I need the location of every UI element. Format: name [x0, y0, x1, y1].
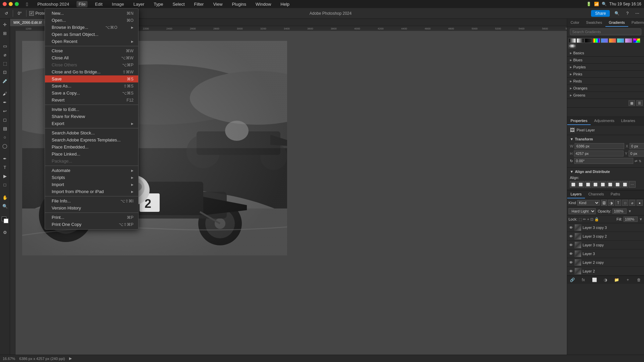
- artboard-tool[interactable]: ⊞: [1, 29, 9, 37]
- menu-invite-edit[interactable]: Invite to Edit...: [45, 106, 138, 113]
- file-menu[interactable]: File: [76, 1, 88, 7]
- menu-automate[interactable]: Automate: [45, 167, 138, 174]
- menu-print-one-copy[interactable]: Print One Copy ⌥⇧⌘P: [45, 221, 138, 228]
- distribute-v-btn[interactable]: ⬜: [622, 181, 628, 188]
- opacity-arrow[interactable]: ▼: [628, 209, 632, 213]
- history-brush-tool[interactable]: ↩: [1, 107, 9, 115]
- menu-place-linked[interactable]: Place Linked...: [45, 150, 138, 158]
- search-gradients-input[interactable]: [570, 28, 641, 35]
- menu-version-history[interactable]: Version History: [45, 204, 138, 212]
- menu-print[interactable]: Print... ⌘P: [45, 214, 138, 221]
- clone-stamp-tool[interactable]: ✒: [1, 99, 9, 106]
- menu-share-review[interactable]: Share for Review: [45, 113, 138, 120]
- gradient-group-blues-header[interactable]: ▶ Blues: [567, 57, 644, 63]
- align-center-h-btn[interactable]: ⬜: [577, 181, 584, 188]
- gradient-swatch-bw[interactable]: [569, 38, 576, 43]
- menu-search-express[interactable]: Search Adobe Express Templates...: [45, 136, 138, 143]
- extra-tools[interactable]: ⚙: [1, 229, 9, 236]
- layer-vis-4[interactable]: 👁: [569, 260, 573, 265]
- filter-menu[interactable]: Filter: [192, 1, 206, 7]
- move-tool[interactable]: ✛: [1, 21, 9, 28]
- marquee-tool[interactable]: ▭: [1, 42, 9, 50]
- gradient-swatch-teal[interactable]: [617, 38, 624, 43]
- fill-arrow[interactable]: ▼: [639, 217, 643, 221]
- layer-item-1[interactable]: 👁 Layer 3 copy 2: [567, 232, 644, 241]
- lock-artboard-btn[interactable]: ⊡: [590, 217, 593, 222]
- lock-position-btn[interactable]: +: [587, 217, 589, 222]
- dodge-tool[interactable]: ◯: [1, 142, 9, 149]
- gradient-group-reds-header[interactable]: ▶ Reds: [567, 78, 644, 84]
- lasso-tool[interactable]: ⌀: [1, 51, 9, 58]
- menu-close-go-bridge[interactable]: Close and Go to Bridge... ⇧⌘W: [45, 68, 138, 75]
- tab-patterns[interactable]: Patterns: [628, 19, 644, 27]
- menu-save-as[interactable]: Save As... ⇧⌘S: [45, 82, 138, 89]
- align-center-v-btn[interactable]: ⬜: [599, 181, 606, 188]
- share-button[interactable]: Share: [591, 10, 610, 17]
- lock-transparent-btn[interactable]: ⬚: [579, 217, 582, 222]
- layer-item-0[interactable]: 👁 Layer 3 copy 3: [567, 223, 644, 232]
- new-layer-btn[interactable]: +: [625, 277, 631, 283]
- file-dropdown-menu[interactable]: New... ⌘N Open... ⌘O Browse in Bridge...…: [45, 8, 139, 230]
- flip-v-btn[interactable]: ⇅: [639, 159, 641, 163]
- tab-swatches[interactable]: Swatches: [583, 19, 605, 27]
- menu-new[interactable]: New... ⌘N: [45, 10, 138, 17]
- add-mask-btn[interactable]: ⬜: [591, 277, 597, 283]
- crop-tool[interactable]: ⊡: [1, 68, 9, 76]
- menu-save-copy[interactable]: Save a Copy... ⌥⌘S: [45, 89, 138, 97]
- grid-view-btn[interactable]: ▦: [629, 100, 635, 106]
- path-selection-tool[interactable]: ▶: [1, 172, 9, 180]
- type-menu[interactable]: Type: [152, 1, 165, 7]
- filter-pixel-btn[interactable]: 🖼: [601, 200, 607, 206]
- align-right-btn[interactable]: ⬜: [585, 181, 591, 188]
- gradient-group-basics-header[interactable]: ▶ Basics: [567, 50, 644, 56]
- new-fill-adj-btn[interactable]: ◑: [602, 277, 608, 283]
- transform-h-input[interactable]: [574, 150, 624, 157]
- more-options-btn[interactable]: ⋯: [633, 10, 641, 16]
- gradient-swatch-trans[interactable]: [585, 38, 592, 43]
- tab-layers[interactable]: Layers: [567, 190, 585, 198]
- gradient-group-oranges-header[interactable]: ▶ Oranges: [567, 85, 644, 92]
- type-tool[interactable]: T: [1, 164, 9, 171]
- image-menu[interactable]: Image: [110, 1, 126, 7]
- color-swatch[interactable]: [2, 217, 8, 223]
- tab-adjustments[interactable]: Adjustments: [591, 117, 618, 125]
- menu-save[interactable]: Save ⌘S: [45, 75, 138, 82]
- link-layers-btn[interactable]: 🔗: [569, 277, 575, 283]
- apple-menu[interactable]: : [24, 1, 30, 8]
- tab-gradients[interactable]: Gradients: [605, 19, 628, 27]
- layer-menu[interactable]: Layer: [131, 1, 147, 7]
- align-bottom-btn[interactable]: ⬜: [607, 181, 613, 188]
- gradient-tool[interactable]: ▤: [1, 125, 9, 132]
- tab-properties[interactable]: Properties: [567, 117, 591, 125]
- menu-scripts[interactable]: Scripts: [45, 174, 138, 181]
- window-close-btn[interactable]: [3, 2, 7, 6]
- more-align-btn[interactable]: ⋯: [629, 181, 636, 188]
- menu-import[interactable]: Import: [45, 181, 138, 188]
- lock-image-btn[interactable]: ✏: [583, 217, 586, 222]
- menu-close[interactable]: Close ⌘W: [45, 47, 138, 54]
- list-view-btn[interactable]: ☰: [636, 100, 643, 106]
- gradient-swatch-orange-red[interactable]: [609, 38, 616, 43]
- fill-input[interactable]: [624, 217, 638, 222]
- menu-export[interactable]: Export: [45, 120, 138, 127]
- tab-paths[interactable]: Paths: [607, 190, 624, 198]
- search-icon-btn[interactable]: 🔍: [612, 10, 622, 16]
- hand-tool[interactable]: ✋: [1, 194, 9, 201]
- menu-revert[interactable]: Revert F12: [45, 97, 138, 104]
- zoom-tool[interactable]: 🔍: [1, 202, 9, 210]
- help-icon-btn[interactable]: ?: [624, 10, 631, 16]
- kind-select[interactable]: Kind: [577, 200, 600, 205]
- transform-y-input[interactable]: [629, 150, 644, 157]
- select-menu[interactable]: Select: [170, 1, 186, 7]
- menu-open-recent[interactable]: Open Recent: [45, 38, 138, 45]
- layer-vis-0[interactable]: 👁: [569, 225, 573, 230]
- move-tool-options[interactable]: ↺: [3, 10, 10, 16]
- new-group-btn[interactable]: 📁: [614, 277, 620, 283]
- view-menu[interactable]: View: [211, 1, 224, 7]
- layer-item-3[interactable]: 👁 Layer 3: [567, 249, 644, 258]
- plugins-menu[interactable]: Plugins: [230, 1, 248, 7]
- shape-tool[interactable]: □: [1, 181, 9, 188]
- filter-adj-btn[interactable]: ◑: [608, 200, 614, 206]
- gradient-group-greens-header[interactable]: ▶ Greens: [567, 92, 644, 99]
- layer-vis-5[interactable]: 👁: [569, 269, 573, 274]
